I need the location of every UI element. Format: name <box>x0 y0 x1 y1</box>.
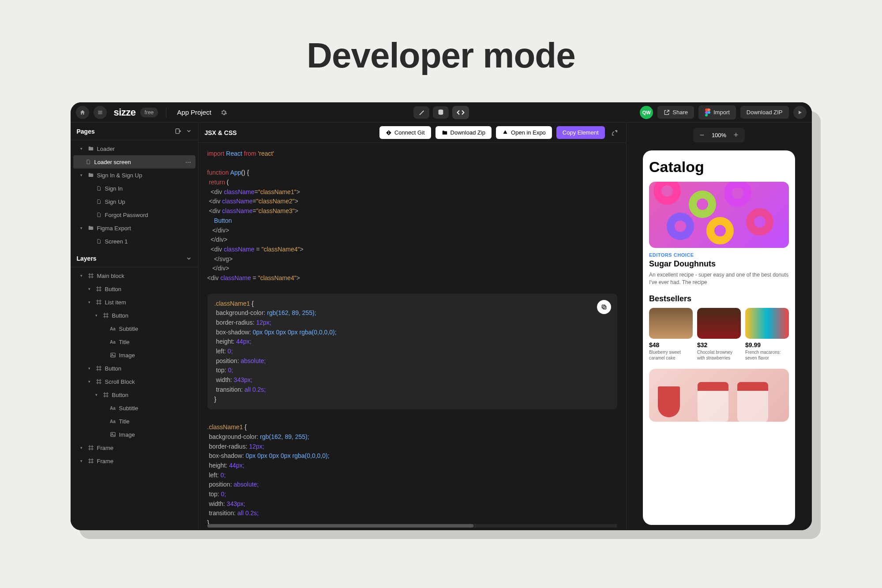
code-editor[interactable]: import React from 'react' function App()… <box>199 143 626 524</box>
settings-button[interactable] <box>220 109 227 116</box>
frame-icon <box>95 299 102 305</box>
pages-tree: ▾LoaderLoader screen⋯▾Sign In & Sign UpS… <box>71 140 198 250</box>
horizontal-scrollbar[interactable] <box>207 524 617 528</box>
caret-icon: ▾ <box>88 300 93 304</box>
tree-item-label: Sign In <box>105 185 123 192</box>
layers-item-3[interactable]: ▾Button <box>71 309 198 322</box>
layers-title: Layers <box>77 255 97 262</box>
svg-point-4 <box>708 111 710 114</box>
figma-icon <box>705 109 711 116</box>
svg-rect-49 <box>602 305 605 308</box>
pages-item-1[interactable]: Loader screen⋯ <box>73 155 195 169</box>
layers-item-11[interactable]: AaTitle <box>71 415 198 428</box>
open-expo-label: Open in Expo <box>511 129 546 136</box>
tree-item-label: Title <box>119 418 130 425</box>
menu-button[interactable] <box>94 106 107 119</box>
import-button[interactable]: Import <box>698 105 736 120</box>
preview-card-0-name: Blueberry sweet caramel cake <box>649 349 693 361</box>
layers-item-7[interactable]: ▾Button <box>71 362 198 375</box>
layers-tree: ▾Main block▾Button▾List item▾ButtonAaSub… <box>71 267 198 530</box>
pages-item-3[interactable]: Sign In <box>71 182 198 195</box>
css-block-1: .className1 { background-color: rgb(162,… <box>207 294 617 410</box>
tree-item-label: Button <box>112 312 129 319</box>
layers-item-10[interactable]: AaSubtitle <box>71 401 198 415</box>
folder-icon <box>87 146 94 152</box>
layers-item-6[interactable]: Image <box>71 348 198 362</box>
home-button[interactable] <box>76 106 89 119</box>
file-icon <box>95 198 102 205</box>
zoom-level: 100% <box>712 132 726 139</box>
plan-badge: free <box>140 108 158 117</box>
pages-item-6[interactable]: ▾Figma Export <box>71 221 198 235</box>
preview-card-2-image <box>745 308 789 339</box>
zoom-out-button[interactable]: − <box>698 131 706 140</box>
frame-icon <box>102 312 109 318</box>
preview-hero-title: Sugar Doughnuts <box>649 259 789 269</box>
zoom-in-button[interactable]: + <box>732 131 739 140</box>
tree-item-label: Loader screen <box>94 159 131 165</box>
layers-item-13[interactable]: ▾Frame <box>71 441 198 454</box>
caret-icon: ▾ <box>80 273 85 278</box>
code-panel: JSX & CSS Connect Git Download Zip Open … <box>199 123 627 530</box>
caret-icon: ▾ <box>80 446 85 450</box>
folder-icon <box>87 225 94 231</box>
open-expo-button[interactable]: Open in Expo <box>496 126 552 139</box>
layers-item-4[interactable]: AaSubtitle <box>71 322 198 335</box>
share-icon <box>664 109 670 116</box>
pages-item-0[interactable]: ▾Loader <box>71 142 198 155</box>
share-button[interactable]: Share <box>657 106 694 119</box>
layers-item-14[interactable]: ▾Frame <box>71 454 198 468</box>
code-download-zip-button[interactable]: Download Zip <box>435 126 492 139</box>
page-hero-title: Developer mode <box>0 0 882 102</box>
home-icon <box>79 109 86 116</box>
divider <box>166 108 166 117</box>
text-icon: Aa <box>109 326 116 331</box>
pages-item-2[interactable]: ▾Sign In & Sign Up <box>71 169 198 182</box>
layers-item-9[interactable]: ▾Button <box>71 388 198 401</box>
layers-item-1[interactable]: ▾Button <box>71 282 198 296</box>
add-page-button[interactable] <box>174 128 181 135</box>
copy-css-button[interactable] <box>597 300 611 314</box>
file-icon <box>95 238 102 244</box>
tree-item-label: Button <box>105 365 122 372</box>
more-icon[interactable]: ⋯ <box>185 159 191 165</box>
mode-design-button[interactable] <box>413 106 429 119</box>
database-icon <box>437 109 444 116</box>
tree-item-label: Figma Export <box>97 225 131 232</box>
expand-code-button[interactable] <box>609 127 620 138</box>
pages-item-4[interactable]: Sign Up <box>71 195 198 208</box>
play-icon <box>797 110 803 115</box>
pages-item-5[interactable]: Forgot Password <box>71 208 198 221</box>
preview-bestsellers-heading: Bestsellers <box>649 294 789 303</box>
layers-item-0[interactable]: ▾Main block <box>71 269 198 282</box>
tree-item-label: Button <box>105 286 122 292</box>
preview-panel: − 100% + Catalog EDITORS CHOICE Sugar Do… <box>627 123 812 530</box>
play-button[interactable] <box>793 106 807 119</box>
pages-collapse-button[interactable] <box>186 128 192 135</box>
download-zip-button[interactable]: Download ZIP <box>740 106 789 119</box>
tree-item-label: Main block <box>97 273 124 279</box>
tree-item-label: Forgot Password <box>105 212 148 218</box>
tree-item-label: Subtitle <box>119 405 138 412</box>
css-block-2: .className1 { background-color: rgb(162,… <box>207 417 617 524</box>
layers-item-8[interactable]: ▾Scroll Block <box>71 375 198 388</box>
preview-bestsellers-row: $48 Blueberry sweet caramel cake $32 Cho… <box>649 308 789 361</box>
user-avatar[interactable]: QW <box>640 106 653 119</box>
text-icon: Aa <box>109 340 116 345</box>
layers-item-5[interactable]: AaTitle <box>71 335 198 348</box>
layers-item-12[interactable]: Image <box>71 428 198 441</box>
app-body: Pages ▾LoaderLoader screen⋯▾Sign In & Si… <box>71 123 812 530</box>
connect-git-button[interactable]: Connect Git <box>379 126 431 139</box>
pages-item-7[interactable]: Screen 1 <box>71 235 198 248</box>
chevron-down-icon <box>186 255 192 262</box>
expand-icon <box>611 129 618 136</box>
mode-code-button[interactable] <box>452 106 469 119</box>
preview-card-1-price: $32 <box>697 341 741 348</box>
mode-data-button[interactable] <box>433 106 449 119</box>
expo-icon <box>502 130 508 136</box>
layers-item-2[interactable]: ▾List item <box>71 296 198 309</box>
menu-icon <box>97 109 103 116</box>
copy-element-button[interactable]: Copy Element <box>556 126 605 139</box>
tree-item-label: Image <box>119 352 135 359</box>
layers-collapse-button[interactable] <box>186 255 192 262</box>
